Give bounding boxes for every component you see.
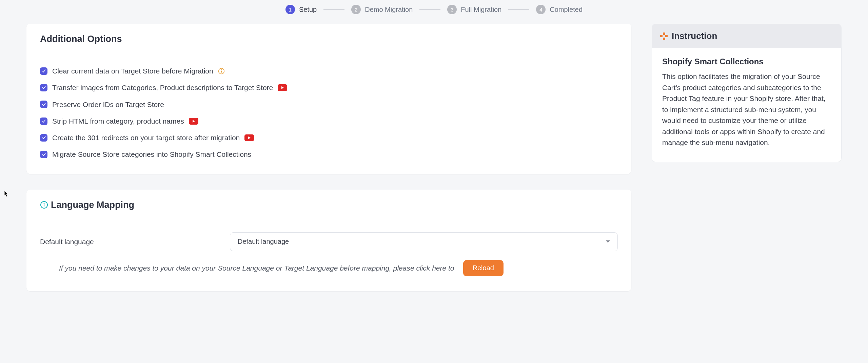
option-label: Transfer images from Categories, Product… [52, 83, 273, 92]
step-connector [419, 9, 440, 10]
arrows-icon [660, 33, 668, 40]
step-label: Setup [299, 6, 317, 14]
youtube-icon[interactable] [278, 84, 287, 91]
checkbox[interactable] [40, 151, 47, 158]
checkbox[interactable] [40, 84, 47, 91]
info-icon[interactable] [218, 68, 225, 74]
step-label: Full Migration [461, 6, 501, 14]
card-title: Additional Options [40, 34, 122, 44]
option-preserve-order-ids: Preserve Order IDs on Target Store [40, 100, 618, 109]
step-completed[interactable]: 4 Completed [536, 5, 583, 14]
instruction-header: Instruction [652, 24, 841, 48]
card-header: Additional Options [26, 24, 631, 54]
instruction-title: Instruction [672, 31, 717, 41]
step-number: 1 [285, 5, 295, 14]
step-connector [508, 9, 529, 10]
check-icon [42, 102, 46, 107]
chevron-down-icon [606, 240, 610, 243]
step-number: 4 [536, 5, 546, 14]
youtube-icon[interactable] [189, 118, 198, 125]
option-label: Strip HTML from category, product names [52, 116, 184, 126]
step-number: 3 [447, 5, 457, 14]
step-full-migration[interactable]: 3 Full Migration [447, 5, 501, 14]
instruction-body: Shopify Smart Collections This option fa… [652, 48, 841, 162]
instruction-panel: Instruction Shopify Smart Collections Th… [652, 24, 842, 162]
checkbox[interactable] [40, 118, 47, 125]
checkbox[interactable] [40, 134, 47, 142]
svg-rect-11 [44, 204, 44, 207]
step-demo-migration[interactable]: 2 Demo Migration [351, 5, 413, 14]
option-301-redirects: Create the 301 redirects on your target … [40, 133, 618, 142]
option-strip-html: Strip HTML from category, product names [40, 116, 618, 126]
additional-options-card: Additional Options Clear current data on… [26, 24, 631, 174]
card-title: Language Mapping [51, 200, 134, 210]
option-label: Clear current data on Target Store befor… [52, 66, 213, 76]
reload-row: If you need to make changes to your data… [40, 260, 618, 276]
instruction-heading: Shopify Smart Collections [662, 57, 831, 66]
option-label: Migrate Source Store categories into Sho… [52, 150, 251, 159]
option-clear-data: Clear current data on Target Store befor… [40, 66, 618, 76]
language-mapping-card: Language Mapping Default language Defaul… [26, 190, 631, 291]
svg-point-1 [221, 69, 222, 70]
option-label: Preserve Order IDs on Target Store [52, 100, 164, 109]
youtube-icon[interactable] [244, 134, 254, 141]
step-label: Demo Migration [365, 6, 413, 14]
svg-rect-2 [221, 70, 222, 72]
check-icon [42, 69, 46, 73]
options-list: Clear current data on Target Store befor… [40, 66, 618, 159]
reload-button[interactable]: Reload [463, 260, 504, 276]
checkbox[interactable] [40, 67, 47, 75]
instruction-text: This option facilitates the migration of… [662, 71, 831, 148]
select-value: Default language [238, 238, 289, 245]
step-number: 2 [351, 5, 361, 14]
checkbox[interactable] [40, 101, 47, 108]
wizard-stepper: 1 Setup 2 Demo Migration 3 Full Migratio… [0, 0, 868, 24]
check-icon [42, 119, 46, 123]
step-setup[interactable]: 1 Setup [285, 5, 317, 14]
option-transfer-images: Transfer images from Categories, Product… [40, 83, 618, 92]
default-language-label: Default language [40, 238, 216, 246]
language-row: Default language Default language [40, 232, 618, 251]
step-label: Completed [550, 6, 583, 14]
option-smart-collections: Migrate Source Store categories into Sho… [40, 150, 618, 159]
option-label: Create the 301 redirects on your target … [52, 133, 240, 142]
card-header: Language Mapping [26, 190, 631, 220]
check-icon [42, 85, 46, 90]
check-icon [42, 152, 46, 157]
reload-hint-text: If you need to make changes to your data… [59, 264, 454, 272]
step-connector [323, 9, 344, 10]
svg-point-10 [44, 203, 45, 204]
info-icon[interactable] [40, 201, 48, 209]
default-language-select[interactable]: Default language [230, 232, 618, 251]
check-icon [42, 135, 46, 140]
